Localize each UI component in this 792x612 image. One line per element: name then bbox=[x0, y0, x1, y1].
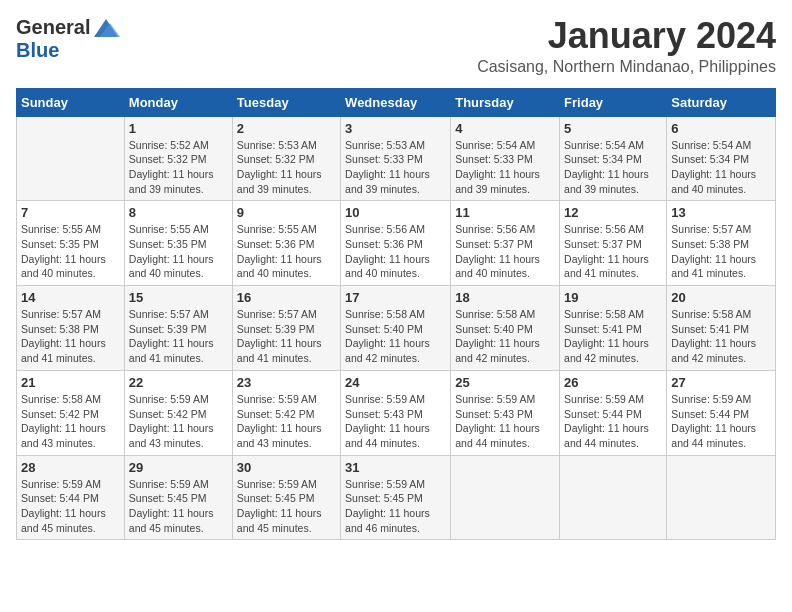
header-cell-saturday: Saturday bbox=[667, 88, 776, 116]
calendar-cell: 27Sunrise: 5:59 AMSunset: 5:44 PMDayligh… bbox=[667, 370, 776, 455]
day-info: Sunrise: 5:57 AMSunset: 5:39 PMDaylight:… bbox=[237, 307, 336, 366]
location-title: Casisang, Northern Mindanao, Philippines bbox=[477, 58, 776, 76]
calendar-cell: 23Sunrise: 5:59 AMSunset: 5:42 PMDayligh… bbox=[232, 370, 340, 455]
day-number: 28 bbox=[21, 460, 120, 475]
day-number: 26 bbox=[564, 375, 662, 390]
day-info: Sunrise: 5:55 AMSunset: 5:35 PMDaylight:… bbox=[21, 222, 120, 281]
day-number: 9 bbox=[237, 205, 336, 220]
page-header: General Blue January 2024 Casisang, Nort… bbox=[16, 16, 776, 76]
day-info: Sunrise: 5:59 AMSunset: 5:45 PMDaylight:… bbox=[129, 477, 228, 536]
header-cell-wednesday: Wednesday bbox=[341, 88, 451, 116]
day-info: Sunrise: 5:53 AMSunset: 5:33 PMDaylight:… bbox=[345, 138, 446, 197]
day-number: 18 bbox=[455, 290, 555, 305]
day-info: Sunrise: 5:55 AMSunset: 5:35 PMDaylight:… bbox=[129, 222, 228, 281]
calendar-cell: 8Sunrise: 5:55 AMSunset: 5:35 PMDaylight… bbox=[124, 201, 232, 286]
header-cell-sunday: Sunday bbox=[17, 88, 125, 116]
week-row-1: 1Sunrise: 5:52 AMSunset: 5:32 PMDaylight… bbox=[17, 116, 776, 201]
calendar-cell: 11Sunrise: 5:56 AMSunset: 5:37 PMDayligh… bbox=[451, 201, 560, 286]
calendar-cell: 30Sunrise: 5:59 AMSunset: 5:45 PMDayligh… bbox=[232, 455, 340, 540]
day-info: Sunrise: 5:54 AMSunset: 5:34 PMDaylight:… bbox=[564, 138, 662, 197]
day-info: Sunrise: 5:52 AMSunset: 5:32 PMDaylight:… bbox=[129, 138, 228, 197]
day-info: Sunrise: 5:59 AMSunset: 5:44 PMDaylight:… bbox=[671, 392, 771, 451]
calendar-cell bbox=[451, 455, 560, 540]
day-number: 17 bbox=[345, 290, 446, 305]
calendar-cell: 12Sunrise: 5:56 AMSunset: 5:37 PMDayligh… bbox=[560, 201, 667, 286]
day-number: 31 bbox=[345, 460, 446, 475]
day-info: Sunrise: 5:58 AMSunset: 5:40 PMDaylight:… bbox=[345, 307, 446, 366]
day-info: Sunrise: 5:54 AMSunset: 5:34 PMDaylight:… bbox=[671, 138, 771, 197]
calendar-cell: 19Sunrise: 5:58 AMSunset: 5:41 PMDayligh… bbox=[560, 286, 667, 371]
header-cell-friday: Friday bbox=[560, 88, 667, 116]
day-info: Sunrise: 5:59 AMSunset: 5:43 PMDaylight:… bbox=[455, 392, 555, 451]
header-cell-thursday: Thursday bbox=[451, 88, 560, 116]
day-number: 1 bbox=[129, 121, 228, 136]
week-row-4: 21Sunrise: 5:58 AMSunset: 5:42 PMDayligh… bbox=[17, 370, 776, 455]
day-number: 13 bbox=[671, 205, 771, 220]
day-number: 15 bbox=[129, 290, 228, 305]
logo-icon bbox=[92, 17, 120, 39]
day-info: Sunrise: 5:58 AMSunset: 5:41 PMDaylight:… bbox=[671, 307, 771, 366]
day-number: 11 bbox=[455, 205, 555, 220]
day-number: 12 bbox=[564, 205, 662, 220]
day-number: 16 bbox=[237, 290, 336, 305]
day-number: 10 bbox=[345, 205, 446, 220]
day-info: Sunrise: 5:58 AMSunset: 5:41 PMDaylight:… bbox=[564, 307, 662, 366]
calendar-cell: 22Sunrise: 5:59 AMSunset: 5:42 PMDayligh… bbox=[124, 370, 232, 455]
calendar-cell: 6Sunrise: 5:54 AMSunset: 5:34 PMDaylight… bbox=[667, 116, 776, 201]
day-info: Sunrise: 5:55 AMSunset: 5:36 PMDaylight:… bbox=[237, 222, 336, 281]
day-info: Sunrise: 5:59 AMSunset: 5:43 PMDaylight:… bbox=[345, 392, 446, 451]
day-info: Sunrise: 5:59 AMSunset: 5:44 PMDaylight:… bbox=[564, 392, 662, 451]
calendar-cell: 1Sunrise: 5:52 AMSunset: 5:32 PMDaylight… bbox=[124, 116, 232, 201]
calendar-cell: 21Sunrise: 5:58 AMSunset: 5:42 PMDayligh… bbox=[17, 370, 125, 455]
day-info: Sunrise: 5:59 AMSunset: 5:45 PMDaylight:… bbox=[345, 477, 446, 536]
day-info: Sunrise: 5:54 AMSunset: 5:33 PMDaylight:… bbox=[455, 138, 555, 197]
calendar-cell: 10Sunrise: 5:56 AMSunset: 5:36 PMDayligh… bbox=[341, 201, 451, 286]
week-row-3: 14Sunrise: 5:57 AMSunset: 5:38 PMDayligh… bbox=[17, 286, 776, 371]
title-section: January 2024 Casisang, Northern Mindanao… bbox=[477, 16, 776, 76]
day-number: 29 bbox=[129, 460, 228, 475]
day-info: Sunrise: 5:59 AMSunset: 5:44 PMDaylight:… bbox=[21, 477, 120, 536]
day-number: 3 bbox=[345, 121, 446, 136]
calendar-header: SundayMondayTuesdayWednesdayThursdayFrid… bbox=[17, 88, 776, 116]
calendar-cell: 18Sunrise: 5:58 AMSunset: 5:40 PMDayligh… bbox=[451, 286, 560, 371]
day-number: 19 bbox=[564, 290, 662, 305]
header-cell-tuesday: Tuesday bbox=[232, 88, 340, 116]
calendar-cell: 7Sunrise: 5:55 AMSunset: 5:35 PMDaylight… bbox=[17, 201, 125, 286]
calendar-cell: 2Sunrise: 5:53 AMSunset: 5:32 PMDaylight… bbox=[232, 116, 340, 201]
logo-general-text: General bbox=[16, 16, 90, 39]
day-number: 5 bbox=[564, 121, 662, 136]
calendar-cell: 16Sunrise: 5:57 AMSunset: 5:39 PMDayligh… bbox=[232, 286, 340, 371]
day-info: Sunrise: 5:53 AMSunset: 5:32 PMDaylight:… bbox=[237, 138, 336, 197]
day-number: 30 bbox=[237, 460, 336, 475]
calendar-cell bbox=[667, 455, 776, 540]
day-number: 24 bbox=[345, 375, 446, 390]
month-title: January 2024 bbox=[477, 16, 776, 56]
day-number: 20 bbox=[671, 290, 771, 305]
calendar-cell: 17Sunrise: 5:58 AMSunset: 5:40 PMDayligh… bbox=[341, 286, 451, 371]
day-info: Sunrise: 5:59 AMSunset: 5:42 PMDaylight:… bbox=[237, 392, 336, 451]
calendar-cell: 20Sunrise: 5:58 AMSunset: 5:41 PMDayligh… bbox=[667, 286, 776, 371]
day-number: 21 bbox=[21, 375, 120, 390]
calendar-cell: 28Sunrise: 5:59 AMSunset: 5:44 PMDayligh… bbox=[17, 455, 125, 540]
calendar-body: 1Sunrise: 5:52 AMSunset: 5:32 PMDaylight… bbox=[17, 116, 776, 540]
calendar-table: SundayMondayTuesdayWednesdayThursdayFrid… bbox=[16, 88, 776, 541]
day-info: Sunrise: 5:59 AMSunset: 5:42 PMDaylight:… bbox=[129, 392, 228, 451]
calendar-cell bbox=[560, 455, 667, 540]
calendar-cell: 4Sunrise: 5:54 AMSunset: 5:33 PMDaylight… bbox=[451, 116, 560, 201]
day-number: 23 bbox=[237, 375, 336, 390]
day-number: 7 bbox=[21, 205, 120, 220]
day-info: Sunrise: 5:58 AMSunset: 5:40 PMDaylight:… bbox=[455, 307, 555, 366]
day-number: 14 bbox=[21, 290, 120, 305]
day-number: 25 bbox=[455, 375, 555, 390]
day-number: 22 bbox=[129, 375, 228, 390]
day-info: Sunrise: 5:57 AMSunset: 5:39 PMDaylight:… bbox=[129, 307, 228, 366]
day-number: 27 bbox=[671, 375, 771, 390]
calendar-cell: 29Sunrise: 5:59 AMSunset: 5:45 PMDayligh… bbox=[124, 455, 232, 540]
day-number: 2 bbox=[237, 121, 336, 136]
day-number: 8 bbox=[129, 205, 228, 220]
day-info: Sunrise: 5:57 AMSunset: 5:38 PMDaylight:… bbox=[21, 307, 120, 366]
header-row: SundayMondayTuesdayWednesdayThursdayFrid… bbox=[17, 88, 776, 116]
logo-blue-text: Blue bbox=[16, 39, 59, 62]
calendar-cell bbox=[17, 116, 125, 201]
calendar-cell: 31Sunrise: 5:59 AMSunset: 5:45 PMDayligh… bbox=[341, 455, 451, 540]
